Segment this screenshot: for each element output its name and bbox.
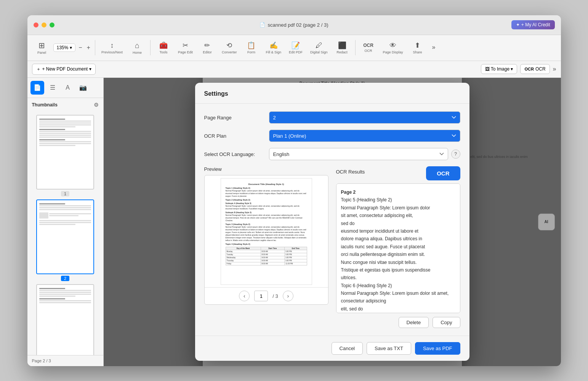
title-bar: 📄 scanned pdf 02 (page 2 / 3) ✦ + My AI …: [27, 15, 561, 35]
preview-total: / 3: [272, 293, 278, 299]
new-pdf-label: + New PDF Document: [42, 66, 88, 72]
thumbnail-img-1: [36, 115, 94, 190]
prev-arrow-icon: ‹: [244, 293, 245, 299]
toolbar-home[interactable]: ⌂ Home: [127, 40, 147, 56]
ocr-language-row: Select OCR Language: English French Germ…: [204, 148, 460, 160]
home-icon: ⌂: [135, 41, 139, 50]
toolbar-separator-2: [150, 40, 151, 55]
ocr-run-button[interactable]: OCR: [426, 166, 460, 180]
to-image-button[interactable]: 🖼 To Image ▾: [481, 64, 518, 74]
preview-label: Preview: [204, 166, 328, 172]
page-range-select[interactable]: 2 1 3 All: [269, 111, 460, 124]
ai-credit-label: + My AI Credit: [521, 22, 550, 27]
editor-label: Editor: [203, 50, 212, 54]
edit-pdf-icon: 📝: [292, 41, 300, 50]
ocr-language-select[interactable]: English French German Spanish: [269, 148, 448, 160]
zoom-in-button[interactable]: +: [85, 44, 92, 51]
toolbar-digital-sign[interactable]: 🖊 Digital Sign: [307, 40, 331, 56]
settings-dialog: Settings Page Range 2 1 3: [195, 83, 469, 361]
fill-sign-label: Fill & Sign: [266, 50, 281, 54]
toolbar-prev-next[interactable]: ↕ Previous/Next: [98, 40, 126, 56]
zoom-control[interactable]: 135% ▾: [53, 43, 76, 52]
preview-page-input[interactable]: [254, 291, 268, 301]
page-status: Page 2 / 3: [32, 358, 51, 363]
cancel-label: Cancel: [340, 346, 355, 351]
thumbnail-1[interactable]: 1: [30, 115, 100, 196]
toolbar-more[interactable]: »: [429, 42, 439, 53]
page-edit-icon: ✂: [183, 41, 188, 50]
toolbar-tools[interactable]: 🧰 Tools: [154, 40, 173, 56]
next-arrow-icon: ›: [287, 293, 289, 299]
minimize-button[interactable]: [42, 23, 46, 27]
digital-sign-label: Digital Sign: [310, 50, 328, 54]
toolbar-form[interactable]: 📋 Form: [241, 40, 261, 56]
toolbar-panel[interactable]: ⊞ Panel: [32, 39, 52, 56]
copy-button[interactable]: Copy: [433, 317, 460, 328]
ocr-secondary-button[interactable]: OCR OCR: [520, 64, 550, 74]
maximize-button[interactable]: [50, 23, 54, 27]
dialog-header: Settings: [195, 83, 469, 104]
preview-navigation: ‹ / 3 ›: [205, 287, 328, 304]
ai-credit-plus-icon: ✦: [516, 22, 520, 27]
traffic-lights: [34, 23, 54, 27]
toolbar-separator-3: [355, 40, 356, 55]
close-button[interactable]: [34, 23, 38, 27]
preview-ocr-row: Preview Document Title (Heading Style 1)…: [204, 166, 460, 328]
toolbar-editor[interactable]: ✏ Editor: [197, 40, 217, 56]
secondary-toolbar: ＋ + New PDF Document ▾ 🖼 To Image ▾ OCR …: [27, 61, 561, 78]
zoom-out-button[interactable]: −: [77, 44, 83, 51]
zoom-value: 135%: [57, 45, 69, 50]
app-window: 📄 scanned pdf 02 (page 2 / 3) ✦ + My AI …: [27, 15, 561, 366]
toolbar-converter[interactable]: ⟲ Converter: [219, 40, 240, 56]
home-label: Home: [133, 51, 142, 55]
ocr-plan-control: Plan 1 (Online) Plan 2 (Offline): [269, 130, 460, 142]
toolbar-page-edit[interactable]: ✂ Page Edit: [175, 40, 196, 56]
secondary-more-button[interactable]: »: [553, 66, 556, 72]
results-actions: Delete Copy: [336, 317, 460, 328]
help-icon: ?: [454, 151, 457, 157]
delete-button[interactable]: Delete: [399, 317, 429, 328]
save-pdf-button[interactable]: Save as PDF: [415, 342, 460, 355]
thumbnail-3[interactable]: 3: [30, 284, 100, 355]
toolbar-share[interactable]: ⬆ Share: [408, 40, 428, 56]
cancel-button[interactable]: Cancel: [332, 342, 363, 355]
ocr-plan-label: OCR Plan: [204, 133, 269, 139]
share-label: Share: [413, 50, 422, 54]
preview-prev-button[interactable]: ‹: [239, 291, 250, 301]
sidebar-tab-text[interactable]: A: [61, 81, 75, 95]
sidebar-tab-camera[interactable]: 📷: [76, 81, 90, 95]
save-txt-button[interactable]: Save as TXT: [367, 342, 411, 355]
thumbnail-2[interactable]: 2: [30, 199, 100, 281]
ocr-language-control: English French German Spanish: [269, 148, 448, 160]
to-image-icon: 🖼: [485, 66, 491, 72]
page-range-row: Page Range 2 1 3 All: [204, 111, 460, 124]
sidebar-tab-document[interactable]: 📄: [30, 81, 44, 95]
copy-label: Copy: [441, 320, 452, 325]
new-pdf-button[interactable]: ＋ + New PDF Document ▾: [32, 64, 96, 75]
toolbar-redact[interactable]: ⬛ Redact: [332, 40, 352, 56]
redact-icon: ⬛: [338, 41, 346, 50]
form-label: Form: [247, 50, 255, 54]
toolbar-ocr[interactable]: OCR OCR: [359, 41, 378, 54]
toolbar-separator-1: [95, 40, 95, 55]
fill-sign-icon: ✍: [269, 41, 278, 50]
ocr-plan-select[interactable]: Plan 1 (Online) Plan 2 (Offline): [269, 130, 460, 142]
thumbnail-num-1: 1: [61, 191, 69, 196]
ocr-results-box[interactable]: Page 2 Topic 5 (Heading Style 2) Normal …: [336, 183, 460, 313]
toolbar-fill-sign[interactable]: ✍ Fill & Sign: [263, 40, 284, 56]
thumbnail-img-3: [36, 284, 94, 355]
sidebar-tab-list[interactable]: ☰: [46, 81, 59, 95]
toolbar-page-display[interactable]: 👁 Page Display: [380, 40, 406, 56]
ai-credit-button[interactable]: ✦ + My AI Credit: [511, 20, 555, 29]
main-toolbar: ⊞ Panel 135% ▾ − + ↕ Previous/Next ⌂ Hom…: [27, 35, 561, 61]
help-button[interactable]: ?: [451, 150, 460, 159]
window-title: scanned pdf 02 (page 2 / 3): [268, 22, 328, 28]
preview-next-button[interactable]: ›: [283, 291, 293, 301]
share-icon: ⬆: [415, 41, 420, 50]
tools-icon: 🧰: [159, 41, 168, 50]
sidebar-header: Thumbnails ⚙: [27, 98, 103, 112]
converter-icon: ⟲: [226, 41, 232, 50]
ocr-language-label: Select OCR Language:: [204, 151, 269, 157]
dialog-title: Settings: [204, 90, 228, 97]
toolbar-edit-pdf[interactable]: 📝 Edit PDF: [286, 40, 306, 56]
